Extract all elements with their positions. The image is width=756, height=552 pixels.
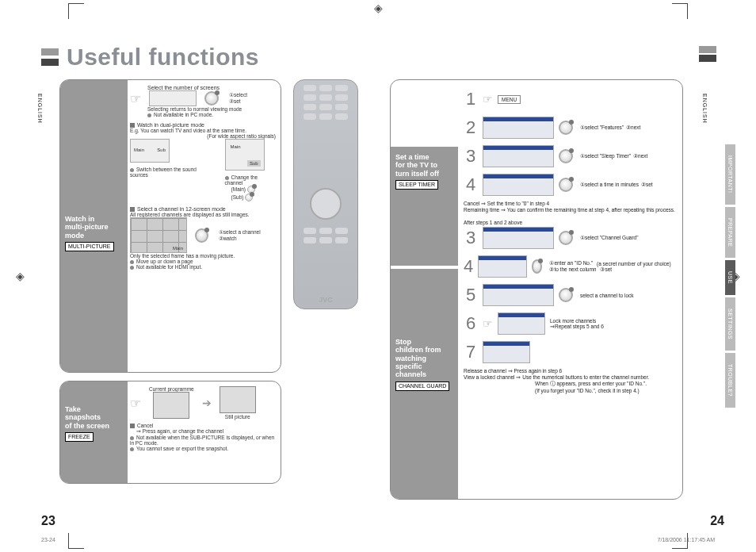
main-label: Main [173,246,183,251]
control-knob-icon [532,259,542,274]
registration-mark: ◈ [374,2,383,14]
tab-important[interactable]: IMPORTANT! [725,144,735,205]
tab-prepare[interactable]: PREPARE [725,207,735,258]
side-tabs: IMPORTANT! PREPARE USE SETTINGS TROUBLE? [725,144,735,410]
osd-menu-illustration [483,227,554,249]
step4-set: ②set [641,182,653,188]
sleep-remain-b: You can confirm the remaining time at st… [507,207,675,213]
decoration-swatch [699,46,716,62]
cg-step4-enter: ①enter an "ID No." [549,260,593,266]
sub-label: Sub [157,148,166,152]
language-label-left: ENGLISH [37,94,43,124]
footer-sheet: 23-24 [41,537,55,542]
step-number: 7 [464,342,478,362]
twelve-grid-illustration: Main [130,217,187,253]
twelve-screen-title: Select a channel in 12-screen mode [137,206,226,212]
cg-step6-repeat: ⇒Repeat steps 5 and 6 [550,324,604,330]
panel-right: Set a time for the TV to turn itself off… [390,79,683,500]
control-knob-icon [195,228,208,243]
panel-multi-picture: Watch in multi-picture mode MULTI-PICTUR… [59,79,281,373]
step-number: 4 [464,174,478,195]
content-right: 1 ☞ MENU 2 ①select "Features"②next 3 ①se… [464,86,676,493]
control-knob-icon [559,121,573,135]
panel-freeze: Take snapshots of the screen FREEZE ☞ Cu… [59,381,281,484]
cg-step4-paren: (a secret number of your choice) [597,261,671,266]
osd-menu-illustration [498,312,545,335]
button-freeze: FREEZE [65,432,94,442]
freeze-cancel-body: Press again, or change the channel [143,428,223,434]
step3-select: ①select "Sleep Timer" [580,153,631,159]
remote-hand-icon: ☞ [130,91,141,106]
twelve-knob-select: ①select a channel [219,229,261,236]
remote-illustration: JVC [293,79,358,309]
freeze-cancel-title: Cancel [137,423,153,428]
row-header-sleep: Set a time for the TV to turn itself off… [395,153,459,190]
page-title: Useful functions [67,44,259,71]
tab-use[interactable]: USE [725,260,735,295]
tab-settings[interactable]: SETTINGS [725,297,735,351]
arrow-icon: ➔ [202,397,212,409]
row-header-multi-picture: Watch in multi-picture mode MULTI-PICTUR… [65,215,128,251]
cg-view-b: Use the numerical buttons to enter the c… [522,374,649,380]
remote-hand-icon: ☞ [483,317,493,330]
menu-button-label: MENU [498,95,521,104]
header-line: snapshots [65,413,128,421]
tv-current-illustration [153,392,189,419]
header-line: specific [395,362,459,370]
sleep-cancel: Cancel ⇒ Set the time to "0" in step 4 [464,201,549,206]
twelve-hdmi-note: Not available for HDMI input. [136,264,202,270]
step4-select: ①select a time in minutes [580,182,639,188]
change-sub: (Sub) [231,194,244,200]
sub-label: Sub [247,160,261,167]
step-number: 4 [464,256,473,277]
remote-dpad-icon [310,188,342,220]
step-number: 6 [464,313,478,334]
header-line: Set a time [395,153,459,161]
control-knob-icon [559,231,573,245]
knob-select-label: ①select [229,92,247,98]
remote-hand-icon: ☞ [130,396,141,411]
language-label-right: ENGLISH [702,94,708,124]
header-line: watching [395,355,459,362]
crop-mark [68,3,84,19]
main-label: Main [231,144,241,149]
header-line: multi-picture [65,223,128,231]
knob-small-icon [245,194,253,201]
page-number-right: 24 [710,514,724,528]
footer-timestamp: 7/18/2006 11:17:45 AM [658,537,715,542]
selecting-note: Selecting returns to normal viewing mode [147,106,276,112]
osd-menu-illustration [483,174,554,196]
step-number: 3 [464,228,478,248]
cg-release-a: Release a channel ⇒ [464,368,513,374]
dual-example: E.g. You can watch TV and video at the s… [130,128,276,133]
freeze-note-save: You cannot save or export the snapshot. [136,446,228,451]
step3-next: ②next [633,153,647,159]
cg-step6-lock: Lock more channels [550,318,596,324]
page-number-left: 23 [41,514,55,528]
osd-menu-illustration [483,145,554,167]
not-pc-note: Not available in PC mode. [154,112,213,117]
header-line: channels [395,370,459,378]
registration-mark: ◈ [16,270,25,282]
button-channel-guard: CHANNEL GUARD [395,381,449,391]
button-sleep-timer: SLEEP TIMER [395,180,438,190]
freeze-note-sub: Not available when the SUB-PICTURE is di… [130,435,274,446]
cg-step4-next: ②to the next column [549,266,596,273]
header-line: of the screen [65,422,128,430]
main-label: Main [134,148,144,152]
page-header: Useful functions [41,44,716,71]
cg-step3-select: ①select "Channel Guard" [580,235,639,241]
cg-step5-select: select a channel to lock [580,293,634,298]
sleep-remain-a: Remaining time ⇒ [464,207,506,213]
tab-trouble[interactable]: TROUBLE? [725,353,735,408]
control-knob-icon [204,91,219,105]
switch-sound-title: Switch between the sound sources [130,167,197,178]
still-picture-label: Still picture [220,414,256,420]
header-line: turn itself off [395,170,459,178]
remote-hand-icon: ☞ [483,93,493,105]
content-multi-picture: Select the number of screens ☞ ①select ②… [130,85,276,367]
remote-brand-label: JVC [294,296,357,304]
step-number: 1 [464,89,478,109]
osd-menu-illustration [483,284,554,306]
control-knob-icon [559,288,573,302]
